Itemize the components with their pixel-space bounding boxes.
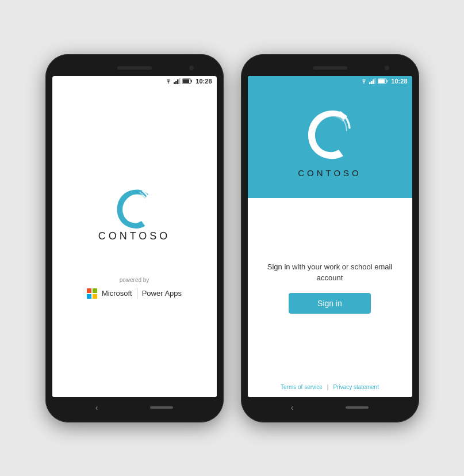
microsoft-grid-icon [87,288,97,299]
back-arrow-2[interactable]: ‹ [291,403,294,412]
signin-body: Sign in with your work or school email a… [248,198,412,377]
screen-1: 10:28 CONTOSO powered by Microsoft [52,76,217,397]
signin-prompt: Sign in with your work or school email a… [259,261,401,284]
svg-rect-15 [378,79,385,83]
powerapps-label: Power Apps [142,289,182,298]
svg-rect-4 [179,78,181,84]
app-name-1: CONTOSO [98,230,171,242]
signal-icon-2 [369,78,376,84]
powered-by-section: powered by Microsoft Power Apps [87,277,182,299]
contoso-c-logo [112,184,158,230]
home-pill-2[interactable] [346,406,369,409]
svg-rect-10 [371,81,373,84]
signin-button[interactable]: Sign in [289,293,371,314]
phone-1: 10:28 CONTOSO powered by Microsoft [45,54,224,422]
camera-1 [189,66,194,70]
svg-rect-1 [174,82,175,84]
svg-rect-12 [374,78,376,84]
svg-rect-7 [183,79,189,83]
home-pill-1[interactable] [150,406,173,409]
wifi-icon-2 [361,78,367,84]
battery-icon-2 [378,78,388,84]
contoso-c-logo-2 [301,104,359,161]
svg-rect-14 [387,80,388,82]
status-bar-2: 10:28 [248,76,412,86]
signin-footer: Terms of service | Privacy statement [248,377,412,397]
speaker-1 [117,66,152,70]
bottom-bar-2: ‹ [248,399,412,416]
splash-content: CONTOSO powered by Microsoft Power Apps [52,86,217,397]
powered-by-label: powered by [120,277,149,283]
camera-2 [385,66,389,70]
svg-point-0 [168,82,170,83]
svg-rect-3 [177,79,179,84]
status-bar-1: 10:28 [52,76,217,86]
ms-divider [137,288,137,299]
app-name-2: CONTOSO [298,168,362,178]
svg-rect-9 [369,82,371,84]
svg-rect-6 [191,80,193,82]
speaker-2 [313,66,347,70]
terms-of-service-link[interactable]: Terms of service [281,384,323,390]
svg-point-8 [364,82,365,83]
signin-screen: CONTOSO Sign in with your work or school… [248,86,412,397]
svg-rect-2 [175,81,177,84]
signin-header: CONTOSO [248,86,412,198]
status-icons-2: 10:28 [361,78,407,85]
time-2: 10:28 [391,78,407,85]
status-icons-1: 10:28 [165,78,212,85]
battery-icon [182,78,193,84]
bottom-bar-1: ‹ [52,399,217,416]
svg-rect-11 [373,79,374,84]
screen-2: 10:28 CONTOSO Sign in with your work or … [248,76,412,397]
signal-icon [174,78,181,84]
footer-separator: | [327,384,329,390]
time-1: 10:28 [195,78,212,85]
phone-2: 10:28 CONTOSO Sign in with your work or … [241,54,419,422]
microsoft-label: Microsoft [102,289,132,298]
phone-top-bar-2 [248,61,412,75]
back-arrow-1[interactable]: ‹ [95,403,98,412]
phone-top-bar-1 [52,61,217,75]
ms-powerapps-badge: Microsoft Power Apps [87,288,182,299]
wifi-icon [165,78,172,84]
privacy-statement-link[interactable]: Privacy statement [333,384,378,390]
